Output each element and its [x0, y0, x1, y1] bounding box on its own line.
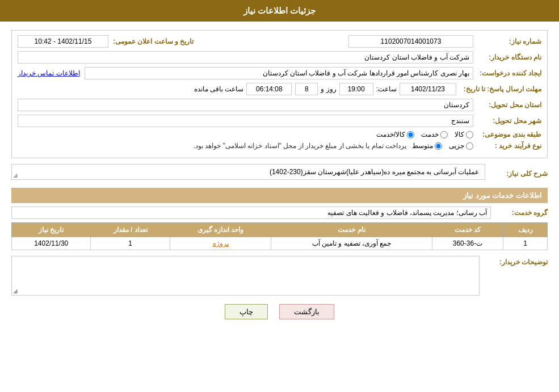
notes-resize-handle: ◢: [13, 288, 18, 294]
purchase-jozii-label: جزیی: [449, 142, 464, 150]
creator-value: بهار نصری کارشناس امور قراردادها شرکت آب…: [85, 67, 473, 79]
need-number-value: 1102007014001073: [348, 35, 473, 48]
province-row: استان محل تحویل: کردستان: [18, 99, 541, 111]
category-radio-group: کالا خدمت کالا/خدمت: [376, 130, 473, 138]
deadline-date: 1402/11/23: [400, 83, 456, 95]
province-label: استان محل تحویل:: [473, 101, 541, 109]
creator-contact-link[interactable]: اطلاعات تماس خریدار: [18, 69, 80, 77]
table-row: 1 ت-36-360 جمع آوری، تصفیه و تامین آب پر…: [12, 237, 548, 250]
category-label: طبقه بندی موضوعی:: [473, 130, 541, 138]
category-kala-radio[interactable]: [466, 131, 473, 138]
city-row: شهر محل تحویل: سنندج: [18, 115, 541, 127]
page-wrapper: جزئیات اطلاعات نیاز شماره نیاز: 11020070…: [0, 0, 559, 392]
service-group-label: گروه خدمت:: [491, 209, 548, 217]
deadline-time: 19:00: [339, 83, 373, 95]
purchase-jozii: جزیی: [449, 142, 473, 150]
deadline-label: مهلت ارسال پاسخ: تا تاریخ:: [456, 85, 541, 93]
buyer-name-value: شرکت آب و فاضلاب استان کردستان: [18, 51, 473, 64]
buyer-notes-row: توضیحات خریدار: ◢: [11, 256, 548, 296]
announce-label: تاریخ و ساعت اعلان عمومی:: [108, 37, 194, 45]
col-service-code: کد خدمت: [432, 223, 503, 237]
deadline-remaining-label: ساعت باقی مانده: [191, 85, 247, 93]
cell-row-number: 1: [503, 237, 548, 250]
purchase-type-label: نوع فرآیند خرید :: [473, 142, 541, 150]
top-info-section: شماره نیاز: 1102007014001073 تاریخ و ساع…: [11, 30, 548, 158]
cell-quantity: 1: [91, 237, 170, 250]
print-button[interactable]: چاپ: [225, 304, 268, 319]
creator-label: ایجاد کننده درخواست:: [473, 69, 541, 77]
services-table: ردیف کد خدمت نام خدمت واحد اندازه گیری ت…: [11, 222, 548, 250]
page-header: جزئیات اطلاعات نیاز: [0, 0, 559, 22]
category-kala: کالا: [455, 130, 473, 138]
purchase-motavasset: متوسط: [412, 142, 442, 150]
deadline-day: 8: [295, 83, 318, 95]
category-both-label: کالا/خدمت: [376, 130, 405, 138]
deadline-time-label: ساعت:: [373, 85, 400, 93]
purchase-motavasset-label: متوسط: [412, 142, 433, 150]
need-summary-row: شرح کلی نیاز: عملیات آبرسانی به مجتمع می…: [11, 164, 548, 183]
province-value: کردستان: [18, 99, 473, 111]
service-group-value: آب رسانی؛ مدیریت پسماند، فاضلاب و فعالیت…: [11, 206, 491, 219]
need-summary-label: شرح کلی نیاز:: [485, 170, 548, 178]
buyer-notes-box: ◢: [11, 256, 480, 296]
cell-service-name: جمع آوری، تصفیه و تامین آب: [271, 237, 432, 250]
col-quantity: تعداد / مقدار: [91, 223, 170, 237]
table-header-row: ردیف کد خدمت نام خدمت واحد اندازه گیری ت…: [12, 223, 548, 237]
deadline-row: مهلت ارسال پاسخ: تا تاریخ: 1402/11/23 سا…: [18, 83, 541, 95]
col-row-number: ردیف: [503, 223, 548, 237]
cell-unit: پروژه: [170, 237, 271, 250]
category-both: کالا/خدمت: [376, 130, 414, 138]
service-group-row: گروه خدمت: آب رسانی؛ مدیریت پسماند، فاضل…: [11, 206, 548, 219]
need-summary-value: عملیات آبرسانی به مجتمع میره ده(سیاهدر ع…: [270, 168, 479, 176]
col-unit: واحد اندازه گیری: [170, 223, 271, 237]
main-content: شماره نیاز: 1102007014001073 تاریخ و ساع…: [0, 22, 559, 336]
col-date: تاریخ نیاز: [12, 223, 91, 237]
buyer-name-label: نام دستگاه خریدار:: [473, 53, 541, 61]
services-section-title: اطلاعات خدمات مورد نیاز: [11, 188, 548, 203]
need-number-row: شماره نیاز: 1102007014001073 تاریخ و ساع…: [18, 35, 541, 48]
category-row: طبقه بندی موضوعی: کالا خدمت کالا/خدمت: [18, 130, 541, 138]
category-khedmat: خدمت: [421, 130, 448, 138]
purchase-type-radio-group: جزیی متوسط: [412, 142, 473, 150]
category-khedmat-radio[interactable]: [440, 131, 448, 138]
services-title-text: اطلاعات خدمات مورد نیاز: [463, 191, 542, 200]
purchase-type-row: نوع فرآیند خرید : جزیی متوسط پرداخت تمام…: [18, 142, 541, 150]
city-value: سنندج: [18, 115, 473, 127]
creator-row: ایجاد کننده درخواست: بهار نصری کارشناس ا…: [18, 67, 541, 79]
cell-service-code: ت-36-360: [432, 237, 503, 250]
buyer-notes-label: توضیحات خریدار:: [480, 256, 548, 266]
category-both-radio[interactable]: [407, 131, 414, 138]
back-button[interactable]: بازگشت: [279, 304, 334, 319]
page-title: جزئیات اطلاعات نیاز: [243, 6, 316, 15]
need-number-label: شماره نیاز:: [473, 37, 541, 45]
cell-date: 1402/11/30: [12, 237, 91, 250]
buyer-name-row: نام دستگاه خریدار: شرکت آب و فاضلاب استا…: [18, 51, 541, 64]
purchase-motavasset-radio[interactable]: [435, 142, 442, 150]
button-row: بازگشت چاپ: [11, 304, 548, 319]
city-label: شهر محل تحویل:: [473, 117, 541, 125]
resize-handle: ◢: [13, 172, 18, 178]
category-khedmat-label: خدمت: [421, 130, 439, 138]
deadline-remaining: 06:14:08: [246, 83, 292, 95]
announce-value: 1402/11/15 - 10:42: [18, 35, 108, 48]
need-summary-box: عملیات آبرسانی به مجتمع میره ده(سیاهدر ع…: [11, 164, 485, 180]
col-service-name: نام خدمت: [271, 223, 432, 237]
category-kala-label: کالا: [455, 130, 464, 138]
purchase-note: پرداخت تمام یا بخشی از مبلغ خریدار از مح…: [194, 142, 406, 150]
deadline-day-label: روز و: [318, 85, 339, 93]
purchase-jozii-radio[interactable]: [466, 142, 473, 150]
